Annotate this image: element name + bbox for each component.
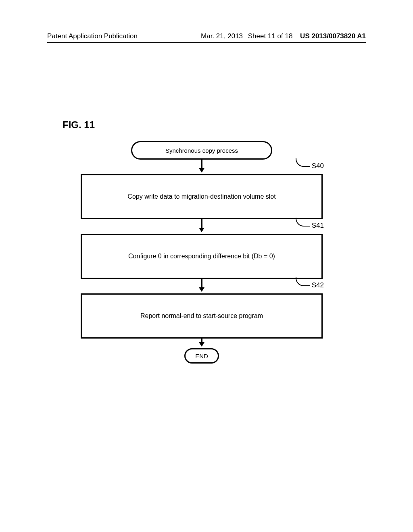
- step-label-text: S41: [312, 222, 324, 230]
- step-text: Copy write data to migration-destination…: [127, 193, 275, 200]
- flow-start-terminator: Synchronous copy process: [131, 141, 272, 160]
- arrow-icon: [201, 160, 202, 172]
- arrow-icon: [201, 339, 202, 346]
- flow-step-s41: S41 Configure 0 in corresponding differe…: [81, 234, 323, 279]
- callout-line-icon: [296, 158, 310, 167]
- header-right: Mar. 21, 2013 Sheet 11 of 18 US 2013/007…: [201, 32, 366, 40]
- header-date: Mar. 21, 2013: [201, 32, 243, 40]
- header-pub-type: Patent Application Publication: [47, 32, 138, 40]
- step-label-s42: S42: [296, 281, 324, 290]
- callout-line-icon: [296, 218, 310, 227]
- page-header: Patent Application Publication Mar. 21, …: [47, 32, 366, 43]
- step-text: Configure 0 in corresponding difference …: [128, 253, 275, 260]
- step-label-text: S42: [312, 281, 324, 289]
- flow-step-s42: S42 Report normal-end to start-source pr…: [81, 293, 323, 339]
- arrow-icon: [201, 279, 202, 291]
- header-sheet: Sheet 11 of 18: [248, 32, 293, 40]
- header-pub-number: US 2013/0073820 A1: [300, 32, 366, 40]
- flow-step-s40: S40 Copy write data to migration-destina…: [81, 174, 323, 219]
- callout-line-icon: [296, 277, 310, 286]
- step-text: Report normal-end to start-source progra…: [140, 312, 263, 320]
- arrow-icon: [201, 219, 202, 231]
- flow-end-text: END: [195, 353, 208, 360]
- step-label-text: S40: [312, 162, 324, 170]
- figure-label: FIG. 11: [63, 119, 95, 131]
- flowchart: Synchronous copy process S40 Copy write …: [73, 141, 331, 364]
- step-label-s41: S41: [296, 221, 324, 230]
- flow-start-text: Synchronous copy process: [165, 147, 238, 154]
- flow-end-terminator: END: [184, 348, 219, 364]
- step-label-s40: S40: [296, 162, 324, 170]
